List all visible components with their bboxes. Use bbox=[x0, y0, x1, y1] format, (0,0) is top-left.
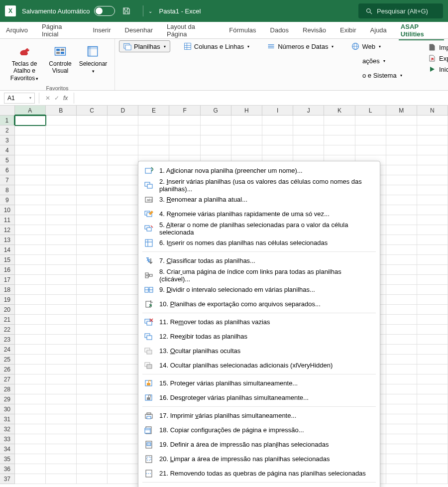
cell[interactable] bbox=[386, 305, 417, 315]
row-header[interactable]: 22 bbox=[0, 325, 15, 335]
row-header[interactable]: 3 bbox=[0, 135, 15, 145]
cell[interactable] bbox=[138, 125, 169, 135]
tab-layout-da-p-gina[interactable]: Layout da Página bbox=[165, 20, 217, 41]
cell[interactable] bbox=[108, 464, 138, 474]
cell[interactable] bbox=[417, 365, 448, 374]
cell[interactable] bbox=[15, 464, 46, 474]
row-header[interactable]: 14 bbox=[0, 245, 15, 255]
cell[interactable] bbox=[293, 125, 324, 135]
cell[interactable] bbox=[46, 404, 77, 414]
acoes-button-partial[interactable]: ações▾ bbox=[358, 55, 390, 67]
tab-exibir[interactable]: Exibir bbox=[338, 23, 358, 37]
cell[interactable] bbox=[77, 315, 108, 325]
cell[interactable] bbox=[417, 464, 448, 474]
cell[interactable] bbox=[46, 285, 77, 295]
cell[interactable] bbox=[108, 205, 138, 215]
cell[interactable] bbox=[77, 444, 108, 454]
web-button[interactable]: Web▾ bbox=[347, 40, 385, 52]
tab-revis-o[interactable]: Revisão bbox=[301, 23, 328, 37]
cell[interactable] bbox=[15, 225, 46, 235]
column-header[interactable]: C bbox=[77, 106, 108, 116]
row-header[interactable]: 25 bbox=[0, 355, 15, 365]
cell[interactable] bbox=[293, 135, 324, 145]
menu-item-21[interactable]: 21. Removendo todas as quebras de página… bbox=[138, 466, 380, 481]
menu-item-4[interactable]: 4. Renomeie várias planilhas rapidamente… bbox=[138, 207, 380, 221]
cell[interactable] bbox=[15, 315, 46, 325]
cell[interactable] bbox=[77, 185, 108, 195]
cell[interactable] bbox=[108, 195, 138, 205]
menu-item-5[interactable]: 5. Alterar o nome de planilhas seleciona… bbox=[138, 221, 380, 236]
cell[interactable] bbox=[417, 125, 448, 135]
row-header[interactable]: 9 bbox=[0, 195, 15, 205]
cell[interactable] bbox=[108, 474, 138, 484]
column-header[interactable]: M bbox=[386, 106, 417, 116]
cell[interactable] bbox=[386, 175, 417, 185]
column-header[interactable]: B bbox=[46, 106, 77, 116]
cell[interactable] bbox=[108, 414, 138, 424]
cell[interactable] bbox=[77, 225, 108, 235]
cell[interactable] bbox=[417, 325, 448, 335]
cell[interactable] bbox=[262, 145, 293, 155]
cell[interactable] bbox=[15, 414, 46, 424]
planilhas-button[interactable]: Planilhas▾ bbox=[119, 40, 170, 52]
cell[interactable] bbox=[77, 195, 108, 205]
cell[interactable] bbox=[386, 265, 417, 275]
cell[interactable] bbox=[77, 414, 108, 424]
row-header[interactable]: 37 bbox=[0, 474, 15, 484]
cell[interactable] bbox=[77, 384, 108, 394]
cell[interactable] bbox=[15, 245, 46, 255]
row-header[interactable]: 29 bbox=[0, 394, 15, 404]
menu-item-13[interactable]: 13. Ocultar planilhas ocultas bbox=[138, 344, 380, 358]
cell[interactable] bbox=[386, 325, 417, 335]
cell[interactable] bbox=[417, 116, 448, 125]
cell[interactable] bbox=[77, 135, 108, 145]
cell[interactable] bbox=[417, 205, 448, 215]
cell[interactable] bbox=[386, 355, 417, 365]
cell[interactable] bbox=[46, 345, 77, 355]
start-button[interactable]: Inic bbox=[428, 64, 448, 75]
cell[interactable] bbox=[15, 275, 46, 285]
cell[interactable] bbox=[15, 235, 46, 245]
cell[interactable] bbox=[46, 305, 77, 315]
cell[interactable] bbox=[386, 434, 417, 444]
cell[interactable] bbox=[262, 116, 293, 125]
cell[interactable] bbox=[15, 305, 46, 315]
cell[interactable] bbox=[201, 116, 231, 125]
cell[interactable] bbox=[77, 355, 108, 365]
cell[interactable] bbox=[15, 424, 46, 434]
cell[interactable] bbox=[386, 414, 417, 424]
row-header[interactable]: 27 bbox=[0, 374, 15, 384]
row-header[interactable]: 1 bbox=[0, 116, 15, 125]
cell[interactable] bbox=[77, 116, 108, 125]
select-button[interactable]: Selecionar▾ bbox=[77, 42, 110, 84]
cell[interactable] bbox=[417, 215, 448, 225]
cell[interactable] bbox=[77, 345, 108, 355]
cell[interactable] bbox=[386, 245, 417, 255]
cell[interactable] bbox=[77, 175, 108, 185]
row-header[interactable]: 11 bbox=[0, 215, 15, 225]
row-header[interactable]: 5 bbox=[0, 155, 15, 165]
row-header[interactable]: 6 bbox=[0, 165, 15, 175]
cell[interactable] bbox=[15, 345, 46, 355]
cell[interactable] bbox=[417, 345, 448, 355]
cell[interactable] bbox=[15, 155, 46, 165]
row-header[interactable]: 12 bbox=[0, 225, 15, 235]
cell[interactable] bbox=[169, 116, 200, 125]
cell[interactable] bbox=[15, 215, 46, 225]
cell[interactable] bbox=[417, 374, 448, 384]
cell[interactable] bbox=[15, 265, 46, 275]
row-header[interactable]: 13 bbox=[0, 235, 15, 245]
menu-item-11[interactable]: 11. Remover todas as planilhas vazias bbox=[138, 315, 380, 329]
column-header[interactable]: A bbox=[15, 106, 46, 116]
row-header[interactable]: 31 bbox=[0, 414, 15, 424]
cell[interactable] bbox=[46, 125, 77, 135]
cell[interactable] bbox=[386, 464, 417, 474]
cell[interactable] bbox=[46, 365, 77, 374]
tab-desenhar[interactable]: Desenhar bbox=[123, 23, 155, 37]
cell[interactable] bbox=[108, 365, 138, 374]
cell[interactable] bbox=[386, 365, 417, 374]
column-header[interactable]: F bbox=[169, 106, 200, 116]
cell[interactable] bbox=[386, 116, 417, 125]
menu-item-7[interactable]: 7. Classificar todas as planilhas... bbox=[138, 253, 380, 268]
menu-item-12[interactable]: 12. Reexibir todas as planilhas bbox=[138, 329, 380, 344]
